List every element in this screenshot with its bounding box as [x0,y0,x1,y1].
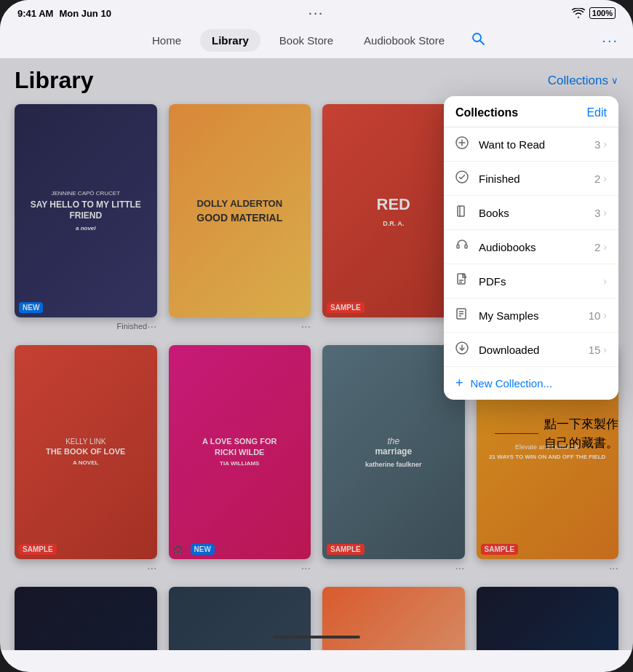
svg-rect-6 [458,206,464,216]
pdfs-icon [455,273,471,289]
collections-edit-button[interactable]: Edit [586,106,607,119]
finished-icon [455,170,471,186]
ipad-frame: 9:41 AM Mon Jun 10 ··· 100% Home Library… [0,0,633,672]
collections-dropdown-title: Collections [455,106,518,119]
nav-tab-bookstore[interactable]: Book Store [268,29,345,52]
collection-item-pdfs[interactable]: PDFs › [444,264,618,299]
collection-name-books: Books [479,207,594,219]
collection-count-my-samples: 10 [589,309,601,322]
svg-rect-9 [465,245,467,248]
svg-point-0 [473,33,481,41]
status-dots: ··· [308,7,325,20]
annotation-line [495,433,538,434]
collection-item-finished[interactable]: Finished 2 › [444,162,618,196]
battery-icon: 100% [589,7,616,19]
collection-item-want-to-read[interactable]: Want to Read 3 › [444,127,618,162]
nav-bar: Home Library Book Store Audiobook Store … [0,22,633,58]
chevron-right-icon: › [603,138,607,150]
nav-tab-library[interactable]: Library [200,29,260,52]
audiobooks-icon [455,239,471,255]
main-content: Library Collections ∨ JENNINE CAPÓ CRUCE… [0,58,633,650]
new-collection-label: New Collection... [471,377,553,390]
downloaded-icon [455,341,471,357]
chevron-right-icon: › [603,275,607,287]
chevron-right-icon: › [603,207,607,218]
home-indicator [273,636,360,639]
more-button[interactable]: ··· [602,32,618,49]
collection-item-books[interactable]: Books 3 › [444,196,618,230]
nav-tab-audiobookstore[interactable]: Audiobook Store [352,29,456,52]
collection-item-my-samples[interactable]: My Samples 10 › [444,299,618,333]
chevron-right-icon: › [603,173,607,184]
status-right: 100% [572,7,616,19]
books-icon [455,205,471,221]
collection-count-finished: 2 [594,173,600,185]
collection-item-downloaded[interactable]: Downloaded 15 › [444,333,618,367]
svg-line-1 [480,41,484,44]
collections-dropdown: Collections Edit Want to Read 3 › [444,96,618,400]
chevron-right-icon: › [603,309,607,321]
search-icon [471,31,485,46]
collection-name-downloaded: Downloaded [479,344,589,356]
chevron-right-icon: › [603,241,607,253]
collection-name-want-to-read: Want to Read [479,138,594,151]
collection-item-audiobooks[interactable]: Audiobooks 2 › [444,230,618,264]
collection-name-audiobooks: Audiobooks [479,241,594,253]
want-to-read-icon [455,136,471,152]
my-samples-icon [455,307,471,323]
status-bar: 9:41 AM Mon Jun 10 ··· 100% [0,0,633,22]
collection-count-books: 3 [594,207,600,219]
collections-dropdown-header: Collections Edit [444,96,618,127]
collection-name-pdfs: PDFs [479,275,600,288]
collection-count-want-to-read: 3 [594,138,600,151]
collection-name-finished: Finished [479,173,594,185]
search-button[interactable] [463,26,493,54]
annotation-text: 點一下來製作 自己的藏書。 [544,415,618,452]
chevron-right-icon: › [603,344,607,355]
svg-rect-8 [457,245,459,248]
wifi-icon [572,8,585,18]
new-collection-button[interactable]: + New Collection... [444,367,618,400]
annotation-container: 點一下來製作 自己的藏書。 [495,415,618,452]
nav-tab-home[interactable]: Home [140,29,193,52]
plus-icon: + [455,376,463,391]
status-date: Mon Jun 10 [59,8,111,19]
collection-count-downloaded: 15 [589,344,601,356]
status-time: 9:41 AM [17,8,53,19]
collection-count-audiobooks: 2 [594,241,600,253]
collection-name-my-samples: My Samples [479,309,589,322]
